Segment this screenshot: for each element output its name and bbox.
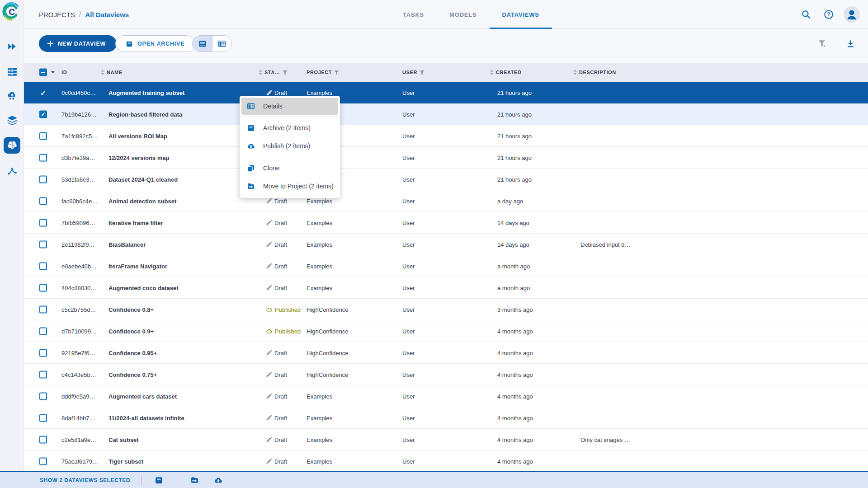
menu-item-clone[interactable]: Clone bbox=[240, 159, 340, 177]
draft-pencil-icon bbox=[266, 437, 272, 442]
filter-icon[interactable] bbox=[283, 70, 288, 75]
breadcrumb-current[interactable]: All Dataviews bbox=[85, 11, 129, 19]
table-row[interactable]: ✓ 8daf14bb7… 11/2024-all datasets infini… bbox=[24, 407, 868, 429]
row-checkbox[interactable]: ✓ bbox=[39, 132, 47, 140]
new-dataview-button[interactable]: NEW DATAVIEW bbox=[39, 35, 117, 52]
split-view-button[interactable] bbox=[212, 36, 231, 52]
sort-icon bbox=[259, 70, 262, 75]
move-to-project-icon[interactable] bbox=[188, 474, 202, 487]
row-checkbox[interactable]: ✓ bbox=[39, 262, 47, 270]
row-checkbox[interactable]: ✓ bbox=[39, 197, 47, 205]
select-all-checkbox[interactable] bbox=[39, 69, 47, 76]
selection-menu-caret-icon[interactable] bbox=[51, 71, 55, 74]
row-checkbox[interactable]: ✓ bbox=[39, 436, 47, 443]
table-row[interactable]: ✓ 75acaf6a79… Tiger subset Draft Example… bbox=[24, 450, 868, 471]
column-header-project[interactable]: PROJECT bbox=[307, 70, 339, 75]
row-checkbox[interactable]: ✓ bbox=[39, 371, 47, 378]
table-row[interactable]: ✓ fac60b6c4e… Animal detection subset Dr… bbox=[24, 190, 868, 212]
table-row[interactable]: ✓ c2e581a9e… Cat subset Draft Examples U… bbox=[24, 429, 868, 450]
clone-icon bbox=[247, 164, 255, 172]
row-user: User bbox=[402, 458, 415, 465]
row-checkbox[interactable]: ✓ bbox=[39, 305, 47, 313]
row-checkbox[interactable]: ✓ bbox=[39, 175, 47, 183]
table-row[interactable]: ✓ d7b710099… Confidence 0.9+ Published H… bbox=[24, 320, 868, 342]
help-icon[interactable]: ? bbox=[821, 7, 836, 22]
row-checkbox[interactable]: ✓ bbox=[39, 89, 47, 97]
clearml-logo[interactable]: C bbox=[1, 1, 22, 22]
row-status-label: Draft bbox=[274, 414, 287, 421]
workers-queues-icon[interactable] bbox=[0, 62, 24, 82]
hyperdatasets-brain-icon[interactable] bbox=[0, 136, 24, 155]
menu-item-move-to-project[interactable]: Move to Project (2 items) bbox=[240, 177, 340, 195]
filter-reset-icon[interactable]: x bbox=[815, 36, 830, 52]
menu-item-archive[interactable]: Archive (2 items) bbox=[240, 119, 340, 137]
tab-models[interactable]: MODELS bbox=[437, 0, 489, 29]
table-row[interactable]: ✓ c5c2b755d… Confidence 0.8+ Published H… bbox=[24, 299, 868, 320]
filter-icon[interactable] bbox=[420, 70, 425, 75]
archive-icon[interactable] bbox=[152, 474, 166, 487]
datasets-layers-icon[interactable] bbox=[0, 111, 24, 131]
table-row[interactable]: ✓ c4c143e5b… Confidence 0.75+ Draft High… bbox=[24, 364, 868, 385]
table-row[interactable]: ✓ e0aebe40b… IteraFrame Navigator Draft … bbox=[24, 255, 868, 277]
row-context-menu: Details Archive (2 items) Publish (2 ite… bbox=[240, 96, 340, 198]
breadcrumb-projects[interactable]: PROJECTS bbox=[39, 11, 75, 19]
row-created: a month ago bbox=[497, 263, 530, 269]
row-checkbox[interactable]: ✓ bbox=[39, 284, 47, 291]
row-checkbox[interactable]: ✓ bbox=[39, 392, 47, 400]
row-checkbox[interactable]: ✓ bbox=[39, 349, 47, 357]
publish-icon[interactable] bbox=[212, 474, 225, 487]
menu-item-publish[interactable]: Publish (2 items) bbox=[240, 137, 340, 155]
row-checkbox[interactable]: ✓ bbox=[39, 414, 47, 422]
left-sidebar: C bbox=[0, 0, 24, 471]
row-id: 8daf14bb7… bbox=[61, 414, 95, 421]
table-row[interactable]: ✓ 92195e7f6… Confidence 0.95+ Draft High… bbox=[24, 342, 868, 364]
row-id: 53d1fa6e3… bbox=[61, 176, 95, 183]
menu-item-details[interactable]: Details bbox=[241, 98, 338, 115]
draft-pencil-icon bbox=[266, 415, 272, 421]
table-row[interactable]: ✓ 404c88030… Augmented coco dataset Draf… bbox=[24, 277, 868, 299]
row-checkbox[interactable]: ✓ bbox=[39, 219, 47, 226]
row-checkbox[interactable]: ✓ bbox=[39, 457, 47, 465]
column-header-user[interactable]: USER bbox=[402, 70, 425, 75]
row-id: c4c143e5b… bbox=[61, 371, 96, 378]
row-checkbox[interactable]: ✓ bbox=[39, 110, 47, 118]
show-selected-button[interactable]: SHOW 2 DATAVIEWS SELECTED bbox=[40, 477, 130, 483]
row-project: Examples bbox=[307, 241, 332, 248]
filter-icon[interactable] bbox=[334, 70, 339, 75]
tab-dataviews[interactable]: DATAVIEWS bbox=[490, 0, 552, 29]
table-row[interactable]: ✓ 7b19b4126… Region-based filtered data … bbox=[24, 103, 868, 125]
tab-tasks[interactable]: TASKS bbox=[390, 0, 437, 29]
open-archive-button[interactable]: OPEN ARCHIVE bbox=[115, 35, 195, 52]
menu-item-label: Move to Project (2 items) bbox=[263, 183, 334, 190]
row-project: HighConfidence bbox=[307, 328, 349, 334]
table-row[interactable]: ✓ 0c0cd450c… Augmented training subset D… bbox=[24, 82, 868, 103]
column-header-created[interactable]: CREATED bbox=[490, 70, 522, 75]
row-project: HighConfidence bbox=[307, 371, 349, 378]
search-icon[interactable] bbox=[798, 7, 814, 22]
table-view-button[interactable] bbox=[193, 36, 212, 52]
table-row[interactable]: ✓ d3b7fe39a… 12/2024 versions map User 2… bbox=[24, 147, 868, 169]
row-user: User bbox=[402, 328, 415, 334]
row-checkbox[interactable]: ✓ bbox=[39, 154, 47, 161]
autoscaler-cloud-icon[interactable] bbox=[0, 86, 24, 106]
menu-divider bbox=[240, 157, 340, 157]
column-header-status[interactable]: STA… bbox=[259, 70, 288, 75]
row-checkbox[interactable]: ✓ bbox=[39, 327, 47, 335]
column-header-name[interactable]: NAME bbox=[101, 70, 123, 75]
row-status: Draft bbox=[266, 219, 287, 226]
table-row[interactable]: ✓ 7bfb59096… Iterative frame filter Draf… bbox=[24, 212, 868, 234]
published-cloud-icon bbox=[266, 328, 272, 333]
table-row[interactable]: ✓ dddf9e5a9… Augmented cars dataset Draf… bbox=[24, 385, 868, 407]
table-row[interactable]: ✓ 7a1fc892c5… All versions ROI Map User … bbox=[24, 125, 868, 147]
download-icon[interactable] bbox=[843, 36, 858, 52]
pipelines-icon[interactable] bbox=[0, 162, 24, 182]
row-checkbox[interactable]: ✓ bbox=[39, 240, 47, 248]
row-created: a month ago bbox=[497, 284, 530, 291]
user-avatar[interactable] bbox=[844, 6, 860, 23]
table-row[interactable]: ✓ 2e11982f9… BiasBalancer Draft Examples… bbox=[24, 234, 868, 255]
row-id: c2e581a9e… bbox=[61, 436, 96, 443]
expand-icon[interactable] bbox=[0, 37, 24, 56]
column-header-id[interactable]: ID bbox=[61, 70, 67, 75]
column-header-description[interactable]: DESCRIPTION bbox=[573, 70, 616, 75]
table-row[interactable]: ✓ 53d1fa6e3… Dataset 2024-Q1 cleaned Use… bbox=[24, 169, 868, 190]
